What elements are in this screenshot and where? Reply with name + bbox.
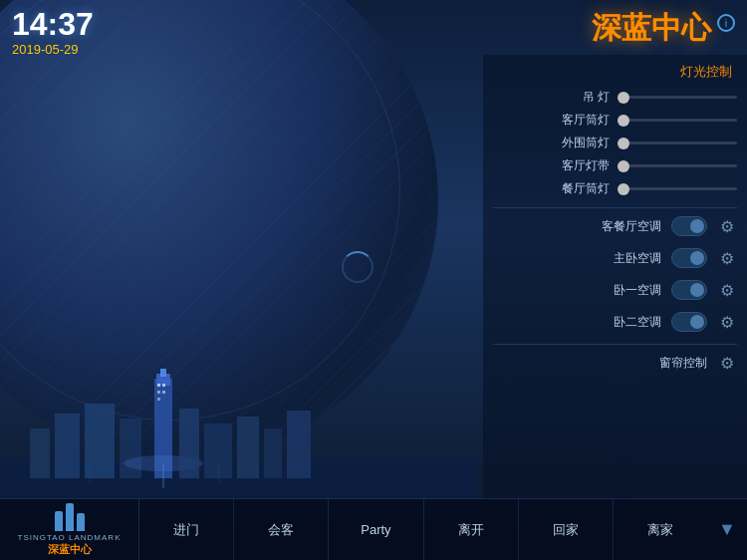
svg-rect-12: [157, 398, 160, 401]
light-row-2: 外围筒灯: [493, 135, 737, 151]
nav-label-3: 离开: [458, 521, 484, 539]
svg-rect-17: [264, 428, 282, 478]
light-label-2: 外围筒灯: [562, 135, 610, 151]
light-row-0: 吊 灯: [493, 89, 737, 106]
ac-label-0: 客餐厅空调: [602, 218, 661, 235]
bar-3: [77, 513, 85, 531]
city-skyline: [0, 369, 478, 498]
loading-spinner: [342, 251, 374, 283]
ac-toggle-3[interactable]: [671, 312, 707, 332]
ac-label-1: 主卧空调: [614, 250, 661, 267]
svg-rect-1: [30, 428, 50, 478]
clock-display: 14:37: [12, 8, 94, 40]
logo-text-bottom: 深蓝中心: [48, 542, 92, 557]
light-slider-3[interactable]: [618, 164, 737, 167]
light-label-0: 吊 灯: [583, 89, 610, 106]
ac-gear-2[interactable]: ⚙: [717, 280, 737, 300]
light-row-4: 餐厅筒灯: [493, 180, 737, 197]
curtain-gear[interactable]: ⚙: [717, 353, 737, 373]
light-section: 灯光控制 吊 灯 客厅筒灯 外围筒灯 客厅灯带: [493, 63, 737, 197]
svg-rect-7: [160, 369, 166, 377]
svg-rect-2: [55, 414, 80, 478]
light-label-4: 餐厅筒灯: [562, 180, 610, 197]
nav-item-4[interactable]: 回家: [519, 499, 614, 560]
slider-thumb-1: [618, 115, 629, 127]
svg-rect-14: [179, 409, 199, 478]
light-row-3: 客厅灯带: [493, 157, 737, 174]
nav-scroll-arrow[interactable]: ▼: [707, 499, 747, 560]
light-row-1: 客厅筒灯: [493, 112, 737, 129]
nav-items: 进门 会客 Party 离开 回家 离家: [139, 499, 707, 560]
ac-row-3: 卧二空调 ⚙: [493, 312, 737, 332]
svg-rect-18: [287, 411, 311, 478]
light-section-title: 灯光控制: [493, 63, 737, 81]
header: 14:37 2019-05-29 深蓝中心 i: [0, 0, 747, 60]
ac-section: 客餐厅空调 ⚙ 主卧空调 ⚙ 卧一空调 ⚙ 卧二空调 ⚙: [493, 216, 737, 332]
nav-item-1[interactable]: 会客: [234, 499, 329, 560]
bar-2: [66, 503, 74, 531]
slider-thumb-2: [618, 138, 629, 149]
svg-rect-11: [162, 391, 165, 394]
nav-item-0[interactable]: 进门: [139, 499, 234, 560]
ac-row-2: 卧一空调 ⚙: [493, 280, 737, 300]
ac-gear-0[interactable]: ⚙: [717, 216, 737, 236]
right-panel: 灯光控制 吊 灯 客厅筒灯 外围筒灯 客厅灯带: [483, 55, 747, 508]
ac-row-1: 主卧空调 ⚙: [493, 248, 737, 268]
divider-1: [493, 207, 737, 208]
ac-toggle-1[interactable]: [671, 248, 707, 268]
nav-label-4: 回家: [553, 521, 579, 539]
nav-label-0: 进门: [173, 521, 199, 539]
nav-label-2: Party: [361, 522, 390, 537]
ac-gear-1[interactable]: ⚙: [717, 248, 737, 268]
slider-thumb-3: [618, 160, 629, 172]
nav-item-2[interactable]: Party: [329, 499, 423, 560]
ac-row-0: 客餐厅空调 ⚙: [493, 216, 737, 236]
time-block: 14:37 2019-05-29: [12, 8, 94, 57]
ac-gear-3[interactable]: ⚙: [717, 312, 737, 332]
curtain-row: 窗帘控制 ⚙: [493, 353, 737, 373]
ac-toggle-2[interactable]: [671, 280, 707, 300]
svg-rect-10: [157, 391, 160, 394]
logo-area: TSINGTAO LANDMARK 深蓝中心: [0, 499, 139, 560]
light-slider-1[interactable]: [618, 119, 737, 122]
nav-item-5[interactable]: 离家: [614, 499, 707, 560]
svg-rect-9: [162, 384, 165, 387]
logo-text-top: TSINGTAO LANDMARK: [18, 533, 122, 542]
bottom-nav: TSINGTAO LANDMARK 深蓝中心 进门 会客 Party 离开 回家…: [0, 498, 747, 560]
ac-label-2: 卧一空调: [614, 282, 661, 299]
light-slider-4[interactable]: [618, 187, 737, 190]
light-label-1: 客厅筒灯: [562, 112, 610, 129]
svg-rect-8: [157, 384, 160, 387]
bar-1: [55, 511, 63, 531]
nav-item-3[interactable]: 离开: [424, 499, 519, 560]
info-button[interactable]: i: [717, 14, 735, 32]
nav-label-1: 会客: [268, 521, 294, 539]
curtain-label: 窗帘控制: [659, 355, 707, 372]
svg-rect-16: [237, 417, 259, 478]
light-slider-2[interactable]: [618, 141, 737, 144]
slider-thumb-0: [618, 92, 629, 104]
light-slider-0[interactable]: [618, 96, 737, 99]
svg-rect-15: [204, 423, 232, 478]
ac-label-3: 卧二空调: [614, 314, 661, 331]
brand-title: 深蓝中心: [592, 8, 711, 49]
slider-thumb-4: [618, 183, 629, 195]
logo-icon: [55, 503, 85, 531]
nav-label-5: 离家: [647, 521, 673, 539]
ac-toggle-0[interactable]: [671, 216, 707, 236]
date-display: 2019-05-29: [12, 42, 94, 57]
divider-2: [493, 344, 737, 345]
light-label-3: 客厅灯带: [562, 157, 610, 174]
